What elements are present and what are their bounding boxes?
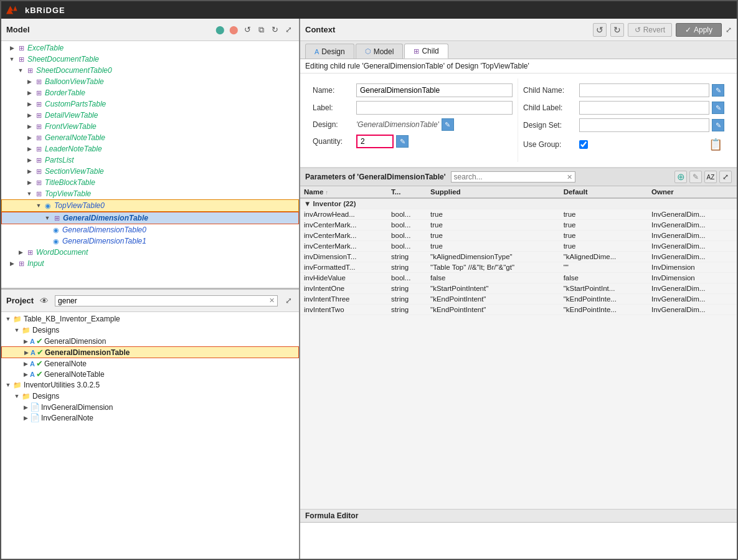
expand-arrow[interactable]: ▶ [16,248,25,257]
child-name-edit-btn[interactable]: ✎ [712,84,724,97]
proj-tree-item-table_kb[interactable]: ▼ 📁 Table_KB_Inventor_Example [1,313,299,325]
expand-arrow[interactable]: ▼ [4,315,12,323]
expand-arrow[interactable]: ▼ [43,214,52,222]
table-row[interactable]: invHideValue bool... false false InvDime… [300,273,737,283]
expand-params-icon[interactable]: ⤢ [719,171,732,183]
expand-project-icon[interactable]: ⤢ [283,295,294,306]
expand-arrow[interactable]: ▼ [25,189,34,198]
tree-item-worddoc[interactable]: ▶ ⊞ WordDocument [1,247,299,258]
table-row[interactable]: invIntentOne string "kStartPointIntent" … [300,283,737,294]
proj-tree-item-designs[interactable]: ▼ 📁 Designs [1,325,299,336]
expand-arrow[interactable]: ▶ [21,414,30,422]
expand-arrow[interactable]: ▶ [25,167,34,176]
expand-arrow[interactable]: ▶ [25,122,34,131]
expand-model-icon[interactable]: ⤢ [283,24,294,36]
proj-tree-item-inventorutilities[interactable]: ▼ 📁 InventorUtilities 3.0.2.5 [1,379,299,391]
tree-item-sheetdoc0[interactable]: ▼ ⊞ SheetDocumentTable0 [1,65,299,76]
expand-arrow[interactable]: ▶ [21,359,30,368]
table-row[interactable]: invIntentTwo string "kEndPointIntent" "k… [300,305,737,315]
project-tree[interactable]: ▼ 📁 Table_KB_Inventor_Example ▼ 📁 Design… [1,312,299,559]
project-search-input[interactable] [58,297,269,305]
table-row[interactable]: invIntentThree string "kEndPointIntent" … [300,294,737,305]
tree-item-input[interactable]: ▶ ⊞ Input [1,258,299,269]
expand-arrow[interactable]: ▼ [16,66,25,75]
tree-item-generalnote[interactable]: ▶ ⊞ GeneralNoteTable [1,132,299,143]
expand-arrow[interactable]: ▶ [25,145,34,153]
tree-item-generaldimtable1[interactable]: ◉ GeneralDimensionTable1 [1,235,299,247]
revert-button[interactable]: ↺ Revert [628,23,672,37]
tree-item-generaldimtable[interactable]: ▼ ⊞ GeneralDimensionTable [1,212,299,224]
expand-arrow[interactable]: ▼ [7,55,16,64]
expand-context-icon[interactable]: ⤢ [726,26,732,34]
expand-arrow[interactable]: ▶ [25,88,34,97]
model-tree[interactable]: ▶ ⊞ ExcelTable ▼ ⊞ SheetDocumentTable ▼ … [1,41,299,288]
quantity-input[interactable] [356,135,394,148]
table-row[interactable]: invCenterMark... bool... true true InvGe… [300,230,737,241]
expand-arrow[interactable]: ▶ [22,348,31,357]
tree-item-sheetdoc[interactable]: ▼ ⊞ SheetDocumentTable [1,54,299,65]
expand-arrow[interactable]: ▶ [25,156,34,164]
table-row[interactable]: invCenterMark... bool... true true InvGe… [300,220,737,230]
tree-item-partslist[interactable]: ▶ ⊞ PartsList [1,154,299,166]
design-set-edit-btn[interactable]: ✎ [712,119,724,131]
expand-arrow[interactable]: ▼ [12,392,21,401]
params-search-input[interactable] [454,173,567,181]
table-row[interactable]: invFormattedT... string "Table Top" //&"… [300,262,737,273]
param-sort-az-icon[interactable]: AZ [704,171,717,183]
tree-item-sectionview[interactable]: ▶ ⊞ SectionViewTable [1,166,299,177]
tree-item-frontview[interactable]: ▶ ⊞ FrontViewTable [1,121,299,132]
param-pencil-icon[interactable]: ✎ [689,171,702,183]
tab-child[interactable]: ⊞ Child [404,44,448,59]
proj-tree-item-generaldimtable[interactable]: ▶ A ✔ GeneralDimensionTable [1,346,299,358]
table-row[interactable]: invDimensionT... string "kAlignedDimensi… [300,252,737,262]
table-row[interactable]: invCenterMark... bool... true true InvGe… [300,241,737,252]
expand-arrow[interactable]: ▶ [25,100,34,108]
tree-item-topview0[interactable]: ▼ ◉ TopViewTable0 [1,199,299,212]
dot-icon[interactable]: ⬤ [228,24,239,36]
tree-item-exceltable[interactable]: ▶ ⊞ ExcelTable [1,42,299,54]
expand-arrow[interactable]: ▼ [34,201,43,210]
label-input[interactable] [356,101,513,115]
expand-arrow[interactable]: ▼ [4,381,12,389]
proj-tree-item-invgeneralnote[interactable]: ▶ 📄 InvGeneralNote [1,412,299,423]
use-group-checkbox[interactable] [579,140,588,149]
tree-item-leadernote[interactable]: ▶ ⊞ LeaderNoteTable [1,143,299,154]
refresh-icon[interactable]: ↻ [269,24,280,36]
expand-arrow[interactable]: ▶ [21,370,30,379]
design-set-input[interactable] [579,118,709,132]
expand-arrow[interactable]: ▶ [25,133,34,142]
expand-arrow[interactable]: ▶ [21,403,30,412]
undo-context-icon[interactable]: ↺ [593,23,607,37]
name-input[interactable] [356,83,513,97]
tab-design[interactable]: A Design [305,44,354,59]
formula-body[interactable] [300,523,737,528]
expand-arrow[interactable]: ▶ [25,111,34,120]
group-expand[interactable]: ▼ [304,200,311,207]
undo-icon[interactable]: ↺ [242,24,253,36]
expand-arrow[interactable]: ▶ [7,259,16,268]
child-name-input[interactable] [579,83,709,97]
expand-arrow[interactable]: ▶ [21,337,30,346]
tree-item-customparts[interactable]: ▶ ⊞ CustomPartsTable [1,98,299,110]
notes-icon[interactable]: 📋 [707,136,724,153]
tree-item-balloonview[interactable]: ▶ ⊞ BalloonViewTable [1,76,299,87]
proj-tree-item-generalnotetable[interactable]: ▶ A ✔ GeneralNoteTable [1,369,299,379]
tree-item-border[interactable]: ▶ ⊞ BorderTable [1,87,299,98]
proj-tree-item-inv-designs[interactable]: ▼ 📁 Designs [1,391,299,402]
copy-icon[interactable]: ⧉ [255,24,267,36]
expand-arrow[interactable]: ▶ [25,178,34,187]
proj-tree-item-generalnote[interactable]: ▶ A ✔ GeneralNote [1,358,299,369]
expand-arrow[interactable]: ▶ [7,44,16,52]
search-clear-icon[interactable]: ✕ [269,297,275,305]
tree-item-topview[interactable]: ▼ ⊞ TopViewTable [1,188,299,199]
tree-item-detailview[interactable]: ▶ ⊞ DetailViewTable [1,110,299,121]
proj-tree-item-invgeneraldim[interactable]: ▶ 📄 InvGeneralDimension [1,402,299,412]
quantity-edit-btn[interactable]: ✎ [396,135,409,148]
params-table[interactable]: Name ↑ T... Supplied Default Owner ▼ [300,186,737,509]
expand-arrow[interactable]: ▼ [12,326,21,335]
design-edit-btn[interactable]: ✎ [442,118,454,131]
child-label-edit-btn[interactable]: ✎ [712,102,724,114]
tab-model[interactable]: ⬡ Model [356,44,404,59]
proj-tree-item-generaldim[interactable]: ▶ A ✔ GeneralDimension [1,336,299,346]
tree-item-generaldimtable0[interactable]: ◉ GeneralDimensionTable0 [1,224,299,235]
